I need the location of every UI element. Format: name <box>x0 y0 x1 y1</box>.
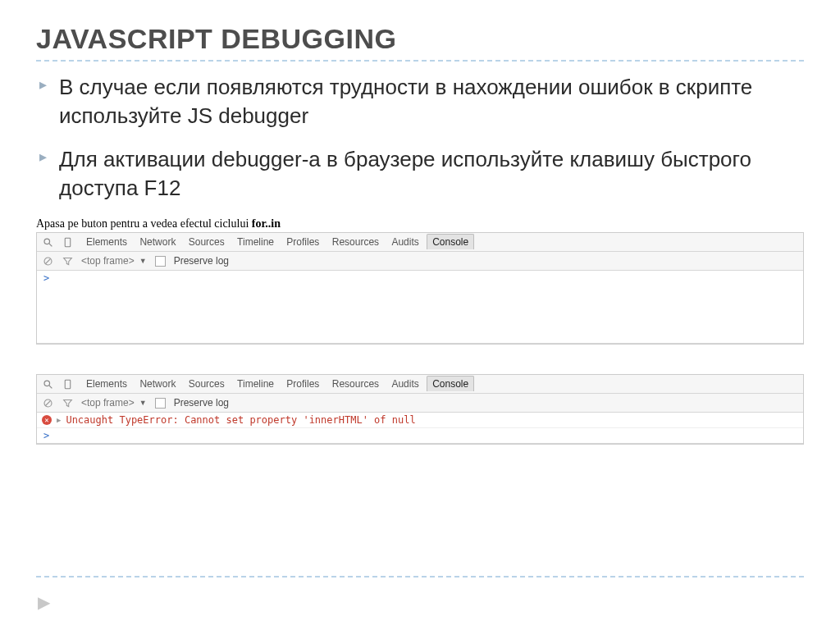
devtools-tabs: Elements Network Sources Timeline Profil… <box>81 378 474 390</box>
tab-console[interactable]: Console <box>427 376 474 391</box>
svg-rect-2 <box>65 238 71 247</box>
frame-label: <top frame> <box>81 397 135 409</box>
svg-line-11 <box>45 400 51 406</box>
frame-selector[interactable]: <top frame> ▼ <box>81 397 147 409</box>
console-error-line[interactable]: ✕ ▶ Uncaught TypeError: Cannot set prope… <box>37 413 803 428</box>
console-output: > <box>37 428 803 444</box>
bullet-item: Для активации debugger-а в браузере испо… <box>39 145 804 203</box>
tab-network[interactable]: Network <box>135 235 180 249</box>
clear-icon[interactable] <box>42 397 53 409</box>
frame-selector[interactable]: <top frame> ▼ <box>81 255 147 267</box>
devtools-panel-clean: Elements Network Sources Timeline Profil… <box>36 232 804 345</box>
search-icon[interactable] <box>42 378 53 390</box>
console-prompt[interactable]: > <box>37 428 803 443</box>
svg-rect-8 <box>65 380 71 389</box>
tab-resources[interactable]: Resources <box>327 235 384 249</box>
tab-audits[interactable]: Audits <box>386 377 423 391</box>
tab-sources[interactable]: Sources <box>184 377 230 391</box>
instruction-prefix: Apasa pe buton pentru a vedea efectul ci… <box>36 217 252 230</box>
devtools-group: Apasa pe buton pentru a vedea efectul ci… <box>36 217 804 445</box>
chevron-down-icon: ▼ <box>139 257 147 265</box>
error-text: Uncaught TypeError: Cannot set property … <box>66 414 415 426</box>
next-slide-icon[interactable]: ▶ <box>38 592 50 612</box>
devtools-tabs: Elements Network Sources Timeline Profil… <box>81 236 474 248</box>
clear-icon[interactable] <box>42 255 53 267</box>
tab-sources[interactable]: Sources <box>184 235 230 249</box>
tab-audits[interactable]: Audits <box>386 235 423 249</box>
chevron-down-icon: ▼ <box>139 399 147 407</box>
bullet-item: В случае если появляются трудности в нах… <box>39 73 804 130</box>
frame-label: <top frame> <box>81 255 135 267</box>
slide-title: JAVASCRIPT DEBUGGING <box>36 23 804 55</box>
devtools-panel-error: Elements Network Sources Timeline Profil… <box>36 374 804 445</box>
preserve-log-label: Preserve log <box>174 255 229 267</box>
preserve-log-checkbox[interactable] <box>155 398 166 409</box>
svg-point-0 <box>44 239 50 244</box>
divider-bottom <box>36 576 804 578</box>
tab-console[interactable]: Console <box>427 234 474 249</box>
preserve-log-label: Preserve log <box>174 397 229 409</box>
svg-point-6 <box>44 381 50 386</box>
tab-elements[interactable]: Elements <box>81 377 132 391</box>
tab-network[interactable]: Network <box>135 377 180 391</box>
console-toolbar: <top frame> ▼ Preserve log <box>37 252 803 271</box>
filter-icon[interactable] <box>62 397 73 409</box>
devtools-tabbar: Elements Network Sources Timeline Profil… <box>37 233 803 252</box>
console-toolbar: <top frame> ▼ Preserve log <box>37 394 803 413</box>
slide: JAVASCRIPT DEBUGGING В случае если появл… <box>0 0 840 630</box>
instruction-text: Apasa pe buton pentru a vedea efectul ci… <box>36 217 804 231</box>
tab-elements[interactable]: Elements <box>81 235 132 249</box>
device-icon[interactable] <box>62 378 73 390</box>
error-icon: ✕ <box>42 415 52 425</box>
tab-timeline[interactable]: Timeline <box>232 235 279 249</box>
instruction-bold: for..in <box>252 217 281 230</box>
divider-top <box>36 60 804 62</box>
preserve-log-checkbox[interactable] <box>155 256 166 267</box>
tab-resources[interactable]: Resources <box>327 377 384 391</box>
filter-icon[interactable] <box>62 255 73 267</box>
search-icon[interactable] <box>42 236 53 248</box>
svg-line-7 <box>49 386 52 388</box>
svg-line-1 <box>49 244 52 246</box>
device-icon[interactable] <box>62 236 73 248</box>
expand-icon[interactable]: ▶ <box>57 416 61 424</box>
tab-profiles[interactable]: Profiles <box>281 235 324 249</box>
devtools-tabbar: Elements Network Sources Timeline Profil… <box>37 375 803 394</box>
tab-profiles[interactable]: Profiles <box>281 377 324 391</box>
svg-line-5 <box>45 258 51 264</box>
console-output: > <box>37 271 803 344</box>
console-prompt[interactable]: > <box>37 271 803 285</box>
tab-timeline[interactable]: Timeline <box>232 377 279 391</box>
bullet-list: В случае если появляются трудности в нах… <box>36 73 804 203</box>
